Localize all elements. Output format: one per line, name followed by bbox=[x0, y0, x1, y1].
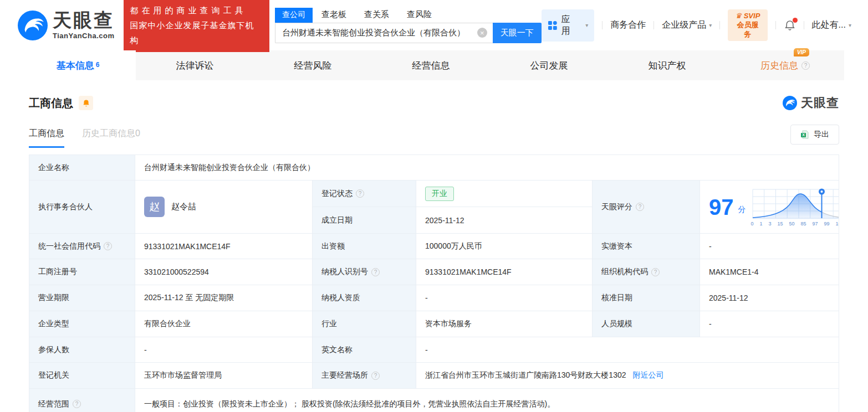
executive-partner-label: 执行事务合伙人 bbox=[29, 181, 135, 234]
score-unit: 分 bbox=[738, 205, 746, 215]
divider bbox=[602, 21, 603, 29]
tab-basic-info[interactable]: 基本信息 6 bbox=[20, 50, 136, 80]
export-button[interactable]: X 导出 bbox=[790, 125, 839, 145]
insured-value: - bbox=[135, 337, 313, 363]
vip-badge: VIP bbox=[794, 48, 809, 56]
regno-label: 工商注册号 bbox=[29, 259, 135, 285]
company-name-label: 企业名称 bbox=[29, 155, 135, 181]
orgcode-help-icon[interactable]: ? bbox=[651, 268, 660, 276]
crown-icon: ♛ bbox=[735, 12, 742, 20]
uscc-help-icon[interactable]: ? bbox=[104, 242, 112, 250]
promo-banner[interactable]: 都在用的商业查询工具 国家中小企业发展子基金旗下机构 bbox=[124, 0, 269, 52]
tab-legal-litigation[interactable]: 法律诉讼 bbox=[136, 50, 254, 80]
term-label: 营业期限 bbox=[29, 285, 135, 311]
svip-membership-button[interactable]: ♛ SVIP 会员服务 bbox=[728, 9, 767, 41]
authority-value: 玉环市市场监督管理局 bbox=[135, 363, 313, 389]
monitor-bell-button[interactable] bbox=[79, 96, 93, 110]
tab-company-development[interactable]: 公司发展 bbox=[490, 50, 608, 80]
tab-operational-risk[interactable]: 经营风险 bbox=[254, 50, 372, 80]
establish-date-value: 2025-11-12 bbox=[416, 207, 593, 234]
staff-size-label: 人员规模 bbox=[593, 311, 700, 337]
establish-date-label: 成立日期 bbox=[313, 207, 416, 234]
tianyan-score-help-icon[interactable]: ? bbox=[636, 203, 644, 211]
company-nav-tabs: 基本信息 6 法律诉讼 经营风险 经营信息 公司发展 知识产权 历史信息 VIP… bbox=[20, 50, 844, 80]
apps-grid-icon bbox=[548, 20, 558, 30]
tax-quality-label: 纳税人资质 bbox=[313, 285, 416, 311]
capital-label: 出资额 bbox=[313, 234, 416, 259]
search-button[interactable]: 天眼一下 bbox=[493, 23, 542, 43]
authority-label: 登记机关 bbox=[29, 363, 135, 389]
tianyancha-watermark: 天眼查 bbox=[783, 95, 839, 111]
top-header: 天眼查 TianYanCha.com 都在用的商业查询工具 国家中小企业发展子基… bbox=[0, 0, 868, 50]
score-distribution-chart: 0 1 3 15 50 85 97 99 100 bbox=[750, 187, 840, 226]
taxid-help-icon[interactable]: ? bbox=[371, 268, 380, 276]
promo-line1: 都在用的商业查询工具 bbox=[130, 3, 263, 18]
tianyancha-logo-icon bbox=[18, 11, 48, 40]
tianyancha-logo[interactable]: 天眼查 TianYanCha.com bbox=[18, 11, 115, 40]
status-badge: 开业 bbox=[425, 187, 454, 201]
taxid-label: 纳税人识别号 ? bbox=[313, 259, 416, 285]
divider bbox=[653, 21, 654, 29]
export-label: 导出 bbox=[814, 130, 829, 140]
company-type-label: 企业类型 bbox=[29, 311, 135, 337]
tab-count-badge: 6 bbox=[96, 61, 100, 69]
orange-bell-icon bbox=[82, 99, 90, 107]
divider bbox=[719, 21, 720, 29]
registration-status-label: 登记状态 ? bbox=[313, 181, 416, 207]
address-value: 浙江省台州市玉环市玉城街道广陵南路130号财政大楼1302 bbox=[425, 370, 626, 380]
notification-dot bbox=[793, 18, 798, 23]
address-cell: 浙江省台州市玉环市玉城街道广陵南路130号财政大楼1302 附近公司 bbox=[416, 363, 839, 389]
tianyancha-watermark-icon bbox=[783, 96, 797, 110]
address-help-icon[interactable]: ? bbox=[371, 372, 380, 380]
partner-name-link[interactable]: 赵令喆 bbox=[171, 202, 196, 212]
account-menu[interactable]: 此处有... ▾ bbox=[812, 19, 851, 31]
executive-partner-cell: 赵 赵令喆 bbox=[135, 181, 313, 234]
apps-menu[interactable]: 应用 ▾ bbox=[542, 9, 594, 42]
paid-capital-label: 实缴资本 bbox=[593, 234, 700, 259]
watermark-label: 天眼查 bbox=[801, 95, 839, 111]
divider bbox=[775, 21, 776, 29]
nearby-companies-link[interactable]: 附近公司 bbox=[633, 370, 664, 380]
logo-domain: TianYanCha.com bbox=[53, 32, 115, 40]
promo-line2: 国家中小企业发展子基金旗下机构 bbox=[130, 18, 263, 48]
approve-date-value: 2025-11-12 bbox=[700, 285, 839, 311]
registration-status-help-icon[interactable]: ? bbox=[356, 189, 364, 198]
tab-history-info[interactable]: 历史信息 VIP ? bbox=[726, 50, 844, 80]
address-label: 主要经营场所 ? bbox=[313, 363, 416, 389]
orgcode-label: 组织机构代码 ? bbox=[593, 259, 700, 285]
industry-label: 行业 bbox=[313, 311, 416, 337]
search-input[interactable] bbox=[282, 28, 477, 38]
regno-value: 331021000522594 bbox=[135, 259, 313, 285]
score-marker-pin bbox=[819, 189, 825, 195]
business-cooperation-link[interactable]: 商务合作 bbox=[610, 19, 646, 31]
enterprise-products-link[interactable]: 企业级产品 ▾ bbox=[662, 19, 712, 31]
tab-intellectual-property[interactable]: 知识产权 bbox=[608, 50, 726, 80]
tab-business-info[interactable]: 经营信息 bbox=[372, 50, 490, 80]
approve-date-label: 核准日期 bbox=[593, 285, 700, 311]
history-help-icon[interactable]: ? bbox=[801, 61, 810, 70]
chevron-down-icon: ▾ bbox=[849, 22, 851, 28]
chevron-down-icon: ▾ bbox=[585, 22, 588, 28]
company-name-value: 台州财通未来智能创业投资合伙企业（有限合伙） bbox=[135, 155, 839, 181]
excel-icon: X bbox=[800, 130, 809, 139]
industry-value: 资本市场服务 bbox=[416, 311, 593, 337]
clear-search-icon[interactable]: × bbox=[477, 28, 487, 38]
scope-help-icon[interactable]: ? bbox=[73, 400, 81, 408]
subtab-history-business-info[interactable]: 历史工商信息0 bbox=[82, 128, 140, 148]
notification-bell-button[interactable] bbox=[784, 19, 796, 32]
apps-label: 应用 bbox=[561, 14, 579, 37]
taxid-value: 91331021MAK1MCE14F bbox=[416, 259, 593, 285]
partner-avatar[interactable]: 赵 bbox=[144, 197, 165, 217]
subtab-business-info[interactable]: 工商信息 bbox=[29, 128, 64, 148]
search-tab-relation[interactable]: 查关系 bbox=[364, 9, 389, 23]
search-tab-boss[interactable]: 查老板 bbox=[321, 9, 346, 23]
staff-size-value: - bbox=[700, 311, 839, 337]
search-area: 查公司 查老板 查关系 查风险 × 天眼一下 bbox=[275, 8, 542, 43]
scope-label: 经营范围 ? bbox=[29, 389, 135, 412]
search-tab-risk[interactable]: 查风险 bbox=[407, 9, 432, 23]
section-title: 工商信息 bbox=[29, 96, 73, 111]
search-tab-company[interactable]: 查公司 bbox=[275, 8, 313, 23]
capital-value: 100000万人民币 bbox=[416, 234, 593, 259]
score-chart-ticks: 0 1 3 15 50 85 97 99 100 bbox=[750, 222, 840, 226]
logo-title: 天眼查 bbox=[53, 11, 115, 30]
